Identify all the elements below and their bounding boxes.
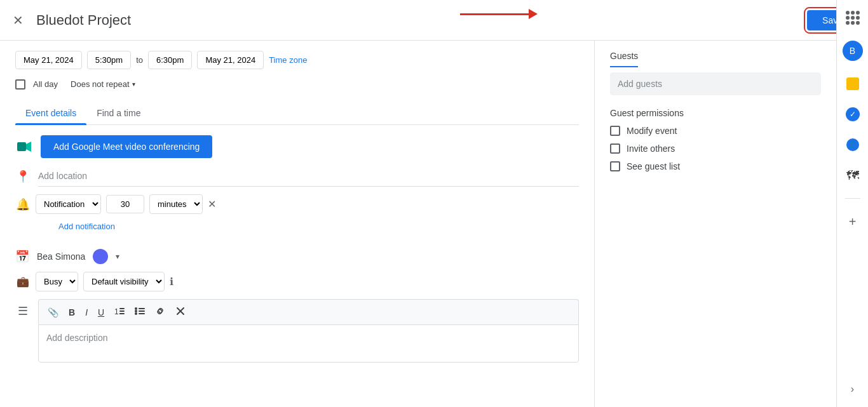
repeat-button[interactable]: Does not repeat ▾ — [65, 77, 140, 91]
close-button[interactable]: ✕ — [10, 10, 26, 30]
add-notification-button[interactable]: Add notification — [58, 219, 115, 234]
expand-sidebar-icon[interactable]: › — [845, 382, 860, 397]
sidebar-divider — [845, 198, 860, 199]
notes-icon: ☰ — [15, 304, 31, 363]
right-sidebar: B ✓ 👤 🗺 + › — [836, 0, 868, 407]
description-placeholder: Add description — [46, 333, 108, 343]
svg-point-7 — [135, 307, 137, 310]
calendar-color-dropdown[interactable]: ▾ — [116, 252, 119, 261]
description-section: ☰ 📎 B I U 1. — [15, 299, 579, 363]
bell-icon: 🔔 — [15, 197, 31, 211]
see-guest-list-label: See guest list — [627, 161, 680, 171]
left-panel: May 21, 2024 5:30pm to 6:30pm May 21, 20… — [0, 41, 595, 407]
svg-rect-1 — [17, 142, 26, 151]
svg-rect-4 — [119, 308, 125, 309]
modify-event-checkbox[interactable] — [610, 126, 620, 136]
datetime-row: May 21, 2024 5:30pm to 6:30pm May 21, 20… — [15, 51, 579, 69]
svg-rect-10 — [139, 310, 145, 312]
svg-point-9 — [135, 310, 137, 312]
invite-others-label: Invite others — [627, 143, 675, 154]
calendar-row: 📅 Bea Simona ▾ — [15, 249, 579, 264]
invite-others-checkbox[interactable] — [610, 143, 620, 154]
calendar-color-circle[interactable] — [93, 249, 108, 264]
svg-rect-8 — [139, 308, 145, 309]
location-icon: 📍 — [15, 170, 31, 183]
ordered-list-button[interactable]: 1. — [111, 304, 128, 321]
unordered-list-button[interactable] — [131, 304, 149, 321]
add-icon[interactable]: + — [845, 214, 860, 229]
permission-see-guest-list: See guest list — [610, 161, 821, 171]
guest-permissions-section: Guest permissions Modify event Invite ot… — [610, 108, 821, 171]
add-guests-input[interactable] — [610, 72, 821, 95]
tab-event-details[interactable]: Event details — [15, 102, 86, 124]
calendar-icon: 📅 — [15, 250, 29, 264]
contacts-icon[interactable]: 👤 — [845, 137, 860, 152]
maps-pin-icon[interactable]: 🗺 — [845, 168, 860, 183]
event-title: Bluedot Project — [36, 12, 807, 29]
permissions-title: Guest permissions — [610, 108, 821, 118]
chevron-down-icon: ▾ — [132, 81, 135, 88]
notification-type-select[interactable]: Notification — [36, 194, 101, 214]
start-date-button[interactable]: May 21, 2024 — [15, 51, 82, 69]
repeat-label: Does not repeat — [71, 79, 130, 89]
event-header: ✕ Bluedot Project Save — [0, 0, 868, 41]
link-icon — [155, 306, 165, 316]
bold-button[interactable]: B — [65, 305, 79, 320]
meet-icon — [15, 138, 33, 156]
guests-title: Guests — [610, 51, 638, 67]
tasks-icon[interactable]: ✓ — [845, 107, 860, 122]
notification-number-input[interactable]: 30 — [106, 195, 144, 213]
briefcase-icon: 💼 — [15, 276, 31, 288]
location-input[interactable] — [38, 166, 579, 187]
start-time-button[interactable]: 5:30pm — [87, 51, 131, 69]
remove-notification-button[interactable]: ✕ — [208, 198, 216, 210]
svg-rect-6 — [119, 313, 125, 314]
guests-section: Guests — [610, 51, 821, 95]
unordered-list-icon — [135, 306, 145, 316]
apps-grid-icon[interactable] — [845, 10, 860, 25]
ordered-list-icon: 1. — [114, 306, 125, 316]
allday-row: All day Does not repeat ▾ — [15, 77, 579, 91]
description-area[interactable]: Add description — [38, 324, 579, 363]
attach-button[interactable]: 📎 — [44, 305, 62, 320]
link-button[interactable] — [151, 304, 169, 321]
italic-button[interactable]: I — [81, 305, 92, 320]
permission-modify-event: Modify event — [610, 126, 821, 136]
end-time-button[interactable]: 6:30pm — [148, 51, 192, 69]
user-avatar[interactable]: B — [843, 41, 863, 61]
allday-checkbox[interactable] — [15, 79, 25, 90]
yellow-calendar-icon[interactable] — [845, 76, 860, 91]
main-content: May 21, 2024 5:30pm to 6:30pm May 21, 20… — [0, 41, 836, 407]
svg-point-11 — [135, 312, 137, 315]
busy-status-select[interactable]: Busy — [36, 272, 78, 291]
tabs-row: Event details Find a time — [15, 102, 579, 125]
visibility-select[interactable]: Default visibility — [83, 272, 165, 291]
location-row: 📍 — [15, 166, 579, 187]
underline-button[interactable]: U — [94, 305, 108, 320]
svg-rect-12 — [139, 313, 145, 314]
allday-label: All day — [33, 79, 58, 89]
end-date-button[interactable]: May 21, 2024 — [197, 51, 264, 69]
right-panel: Guests Guest permissions Modify event In… — [595, 41, 836, 407]
add-meet-button[interactable]: Add Google Meet video conferencing — [41, 135, 212, 158]
status-row: 💼 Busy Default visibility ℹ — [15, 272, 579, 291]
calendar-user-label: Bea Simona — [37, 251, 85, 262]
svg-rect-5 — [119, 310, 125, 312]
modify-event-label: Modify event — [627, 126, 677, 136]
to-label: to — [136, 55, 143, 65]
see-guest-list-checkbox[interactable] — [610, 161, 620, 171]
description-toolbar: 📎 B I U 1. — [38, 299, 579, 324]
notification-row: 🔔 Notification 30 minutes ✕ — [15, 194, 579, 214]
remove-format-icon — [175, 306, 186, 316]
permission-invite-others: Invite others — [610, 143, 821, 154]
timezone-button[interactable]: Time zone — [269, 55, 307, 65]
tab-find-time[interactable]: Find a time — [86, 102, 151, 124]
info-button[interactable]: ℹ — [170, 276, 173, 288]
remove-format-button[interactable] — [172, 304, 189, 321]
meet-row: Add Google Meet video conferencing — [15, 135, 579, 158]
notification-unit-select[interactable]: minutes — [149, 194, 203, 214]
